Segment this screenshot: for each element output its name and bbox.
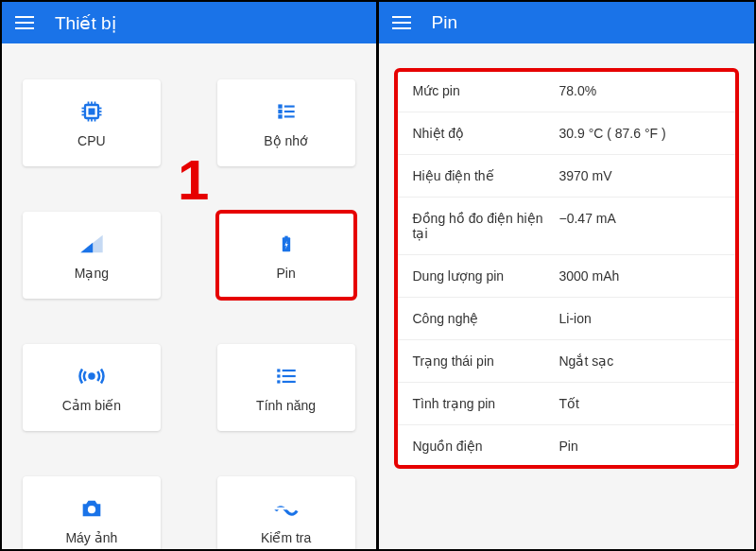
network-icon [77, 230, 106, 258]
row-val: 3000 mAh [559, 268, 721, 284]
svg-point-22 [89, 374, 94, 379]
sensor-icon [77, 362, 106, 390]
row-val: Pin [559, 439, 721, 454]
row-key: Trạng thái pin [413, 353, 559, 369]
row-key: Đồng hồ đo điện hiện tại [413, 211, 559, 241]
svg-rect-15 [278, 110, 282, 113]
title-right: Pin [432, 12, 457, 33]
card-features[interactable]: Tính năng [217, 344, 355, 431]
svg-rect-16 [278, 114, 282, 118]
svg-rect-28 [282, 381, 295, 383]
row-current: Đồng hồ đo điện hiện tại−0.47 mA [396, 198, 738, 255]
cpu-icon [77, 97, 106, 126]
test-icon [272, 494, 301, 523]
row-key: Dung lượng pin [413, 268, 559, 284]
panel-device: Thiết bị CPU Bộ nhớ Mạng Pin [2, 2, 379, 549]
panel-battery: Pin Mức pin78.0% Nhiệt độ30.9 °C ( 87.6 … [379, 2, 755, 549]
row-val: Li-ion [559, 311, 721, 326]
row-key: Công nghệ [413, 311, 559, 326]
row-temp: Nhiệt độ30.9 °C ( 87.6 °F ) [396, 112, 738, 155]
title-left: Thiết bị [55, 12, 116, 34]
memory-icon [272, 97, 301, 126]
row-key: Nguồn điện [413, 439, 559, 454]
card-sensor[interactable]: Cảm biến [23, 344, 161, 431]
card-network[interactable]: Mạng [23, 212, 161, 299]
card-battery[interactable]: Pin [217, 212, 355, 299]
row-health: Tình trạng pinTốt [396, 383, 738, 425]
svg-rect-25 [277, 374, 280, 377]
row-key: Hiệu điện thế [413, 168, 559, 183]
svg-rect-30 [274, 508, 298, 510]
features-icon [272, 362, 301, 390]
svg-rect-18 [284, 111, 294, 112]
card-memory[interactable]: Bộ nhớ [217, 79, 355, 166]
row-val: 30.9 °C ( 87.6 °F ) [559, 126, 721, 141]
row-key: Nhiệt độ [413, 126, 559, 141]
svg-rect-17 [284, 106, 294, 108]
svg-rect-24 [282, 370, 295, 371]
card-test[interactable]: Kiểm tra [217, 476, 355, 551]
row-key: Mức pin [413, 83, 559, 98]
row-val: 78.0% [559, 83, 721, 98]
header-left: Thiết bị [2, 2, 376, 43]
card-camera[interactable]: Máy ảnh [23, 476, 161, 551]
row-key: Tình trạng pin [413, 396, 559, 411]
device-grid: CPU Bộ nhớ Mạng Pin Cảm biến [2, 43, 376, 551]
card-label: Kiểm tra [261, 530, 311, 545]
row-val: 3970 mV [559, 168, 721, 183]
card-cpu[interactable]: CPU [23, 79, 161, 166]
row-tech: Công nghệLi-ion [396, 298, 738, 340]
camera-icon [77, 494, 106, 523]
card-label: Pin [277, 266, 296, 281]
battery-details: Mức pin78.0% Nhiệt độ30.9 °C ( 87.6 °F )… [396, 70, 738, 467]
svg-point-29 [88, 506, 95, 513]
menu-icon[interactable] [15, 16, 34, 29]
card-label: Máy ảnh [65, 530, 117, 545]
row-level: Mức pin78.0% [396, 70, 738, 112]
svg-rect-23 [277, 369, 280, 371]
svg-rect-26 [282, 375, 295, 377]
card-label: Tính năng [256, 398, 316, 413]
card-label: CPU [77, 133, 106, 148]
row-source: Nguồn điệnPin [396, 425, 738, 467]
row-capacity: Dung lượng pin3000 mAh [396, 255, 738, 298]
row-voltage: Hiệu điện thế3970 mV [396, 155, 738, 198]
battery-icon [272, 230, 301, 258]
svg-rect-14 [278, 104, 282, 108]
card-label: Mạng [75, 266, 109, 281]
svg-rect-21 [284, 236, 287, 239]
row-val: Ngắt sạc [559, 353, 721, 369]
row-status: Trạng thái pinNgắt sạc [396, 340, 738, 383]
card-label: Bộ nhớ [264, 133, 308, 148]
svg-rect-1 [88, 109, 94, 115]
header-right: Pin [379, 2, 755, 43]
svg-rect-19 [284, 115, 294, 117]
card-label: Cảm biến [62, 398, 121, 413]
row-val: −0.47 mA [559, 211, 721, 241]
svg-rect-27 [277, 380, 280, 383]
row-val: Tốt [559, 396, 721, 411]
menu-icon[interactable] [392, 16, 411, 29]
